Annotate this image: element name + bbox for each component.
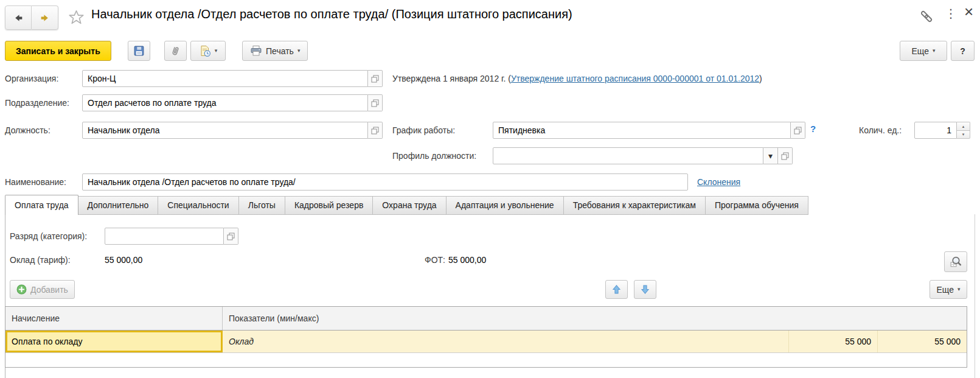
add-row-label: Добавить (30, 285, 68, 295)
close-icon[interactable]: × (964, 4, 973, 19)
choose-icon (794, 127, 802, 135)
approved-text: Утверждена 1 января 2012 г. ( (392, 74, 511, 83)
cell-indicator[interactable]: Оклад (223, 331, 789, 352)
find-button[interactable] (944, 251, 967, 272)
favorite-star-icon[interactable] (68, 9, 85, 27)
save-and-close-button[interactable]: Записать и закрыть (5, 41, 111, 61)
work-schedule-input[interactable] (493, 122, 791, 139)
grade-field-group (105, 228, 238, 245)
print-button[interactable]: Печать ▾ (242, 41, 308, 61)
more-grid-caret-icon: ▾ (957, 287, 961, 292)
tab-training-program[interactable]: Программа обучения (705, 196, 808, 215)
table-header-row: Начисление Показатели (мин/макс) (5, 307, 967, 331)
add-row-button[interactable]: Добавить (10, 280, 75, 299)
get-link-icon[interactable] (919, 9, 934, 24)
tab-specialties[interactable]: Специальности (158, 196, 238, 215)
paperclip-icon (170, 45, 181, 57)
quantity-step-down-icon[interactable]: ▾ (957, 130, 970, 139)
tab-benefits[interactable]: Льготы (238, 196, 285, 215)
forward-button[interactable] (32, 5, 58, 30)
tab-bar: Оплата труда Дополнительно Специальности… (5, 195, 808, 215)
attachments-button[interactable] (164, 41, 187, 61)
move-row-down-button[interactable] (634, 280, 656, 299)
print-caret-icon: ▾ (297, 48, 301, 54)
dropdown-caret-icon: ▾ (768, 151, 773, 161)
department-choose-button[interactable] (368, 94, 383, 111)
floppy-icon (133, 45, 145, 57)
fot-label: ФОТ: (425, 255, 445, 265)
back-button[interactable] (5, 5, 32, 30)
save-button[interactable] (128, 41, 150, 61)
choose-icon (371, 127, 379, 135)
document-clock-icon (199, 45, 211, 57)
cell-max-value[interactable]: 55 000 (878, 331, 967, 352)
history-button[interactable]: ▾ (190, 41, 226, 61)
quantity-stepper: ▴ ▾ (957, 122, 970, 139)
schedule-help-icon[interactable]: ? (810, 124, 816, 134)
work-schedule-field-group (493, 122, 805, 139)
choose-icon (371, 75, 379, 83)
more-button-grid[interactable]: Еще ▾ (930, 280, 967, 299)
declensions-link[interactable]: Склонения (697, 177, 740, 187)
quantity-input[interactable] (914, 122, 957, 139)
salary-label: Оклад (тариф): (10, 255, 71, 265)
organization-choose-button[interactable] (368, 70, 383, 87)
tab-pay[interactable]: Оплата труда (5, 195, 78, 215)
quantity-field-group: ▴ ▾ (914, 122, 970, 139)
organization-input[interactable] (82, 70, 368, 87)
grade-input[interactable] (105, 228, 224, 245)
position-field-group (82, 122, 383, 139)
column-header-accrual[interactable]: Начисление (5, 307, 223, 330)
help-button[interactable]: ? (951, 41, 975, 61)
more-label: Еще (911, 46, 929, 56)
cell-accrual-selected[interactable]: Оплата по окладу (5, 331, 223, 352)
grade-label: Разряд (категория): (10, 231, 87, 241)
approved-text-close: ) (759, 74, 762, 83)
department-label: Подразделение: (5, 98, 69, 108)
page-title: Начальник отдела /Отдел расчетов по опла… (91, 7, 572, 21)
more-button-toolbar[interactable]: Еще ▾ (900, 41, 947, 61)
profile-choose-button[interactable] (778, 147, 793, 164)
column-header-indicators[interactable]: Показатели (мин/макс) (223, 307, 967, 330)
department-input[interactable] (82, 94, 368, 111)
tab-adaptation[interactable]: Адаптация и увольнение (446, 196, 564, 215)
work-schedule-label: График работы: (392, 125, 455, 135)
tab-personnel-reserve[interactable]: Кадровый резерв (285, 196, 373, 215)
tab-additional[interactable]: Дополнительно (78, 196, 159, 215)
work-schedule-choose-button[interactable] (791, 122, 805, 139)
arrow-down-icon (640, 284, 650, 295)
magnifier-icon (950, 256, 962, 268)
name-label: Наименование: (5, 177, 66, 187)
history-caret-icon: ▾ (215, 48, 218, 54)
plus-icon (16, 284, 27, 295)
profile-label: Профиль должности: (392, 151, 476, 161)
profile-field-group: ▾ (493, 147, 793, 164)
printer-icon (250, 45, 262, 57)
position-input[interactable] (82, 122, 368, 139)
department-field-group (82, 94, 383, 111)
organization-label: Организация: (5, 74, 58, 83)
approval-document-link[interactable]: Утверждение штатного расписания 0000-000… (511, 74, 759, 83)
table-row[interactable]: Оплата по окладу Оклад 55 000 55 000 (5, 331, 967, 353)
nav-history-group (5, 5, 58, 30)
profile-input[interactable] (493, 147, 763, 164)
approved-line: Утверждена 1 января 2012 г. (Утверждение… (392, 74, 762, 83)
arrow-up-icon (611, 284, 622, 295)
cell-min-value[interactable]: 55 000 (789, 331, 878, 352)
position-choose-button[interactable] (368, 122, 383, 139)
fot-value: 55 000,00 (448, 255, 486, 265)
tab-panel-right-border (975, 214, 975, 378)
choose-icon (781, 152, 789, 160)
position-label: Должность: (5, 125, 50, 135)
print-label: Печать (266, 46, 294, 56)
quantity-label: Колич. ед.: (859, 125, 902, 135)
grade-choose-button[interactable] (224, 228, 238, 245)
profile-dropdown-button[interactable]: ▾ (763, 147, 778, 164)
tab-requirements[interactable]: Требования к характеристикам (563, 196, 706, 215)
quantity-step-up-icon[interactable]: ▴ (957, 122, 970, 130)
back-arrow-icon (13, 13, 24, 23)
kebab-menu-icon[interactable]: ⋮ (945, 7, 957, 19)
move-row-up-button[interactable] (605, 280, 628, 299)
tab-labor-safety[interactable]: Охрана труда (372, 196, 446, 215)
name-input[interactable] (82, 173, 688, 191)
